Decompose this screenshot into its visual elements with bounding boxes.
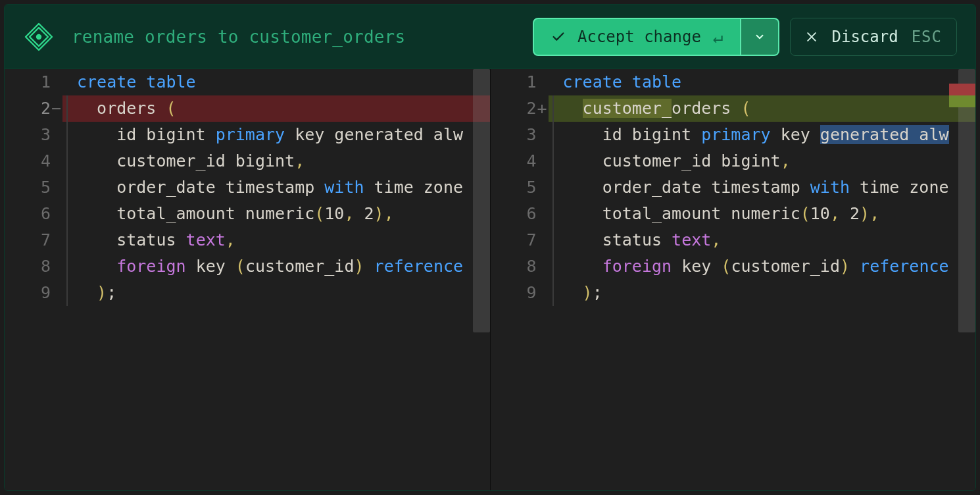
ai-diamond-icon <box>24 22 53 51</box>
token-paren: ( <box>235 257 245 276</box>
code-content[interactable]: create table <box>549 69 976 95</box>
scrollbar-thumb[interactable] <box>958 69 975 332</box>
code-content[interactable]: orders ( <box>62 95 490 122</box>
line-number: 5 <box>5 174 62 201</box>
code-content[interactable]: status text, <box>62 227 490 253</box>
token-paren: ( <box>166 99 176 118</box>
token-punc: , <box>384 204 394 223</box>
token-plain: key <box>186 257 235 276</box>
token-plain <box>77 257 116 276</box>
token-plain: order_date timestamp <box>563 178 810 197</box>
ai-prompt-text: rename orders to customer_orders <box>72 27 405 47</box>
token-plain: customer_id bigint <box>77 151 295 170</box>
token-paren: ) <box>840 257 850 276</box>
code-content[interactable]: ); <box>62 280 490 306</box>
accept-button[interactable]: Accept change ↵ <box>533 18 742 56</box>
code-content[interactable]: order_date timestamp with time zone <box>62 174 490 201</box>
token-plain: 10 <box>810 204 830 223</box>
token-kw: reference <box>374 257 463 276</box>
token-plain: 2 <box>850 204 860 223</box>
code-content[interactable]: id bigint primary key generated alw <box>62 122 490 148</box>
code-line[interactable]: 1create table <box>491 69 976 95</box>
overview-marker-added <box>949 95 975 107</box>
line-number: 9 <box>5 280 62 306</box>
token-punc: , <box>344 204 364 223</box>
indent-guide <box>552 227 554 253</box>
check-icon <box>551 30 566 44</box>
token-plain: customer_id <box>245 257 355 276</box>
code-line[interactable]: 9 ); <box>491 280 976 306</box>
discard-button[interactable]: Discard ESC <box>790 18 957 56</box>
code-content[interactable]: foreign key (customer_id) reference <box>549 253 976 280</box>
code-content[interactable]: customer_id bigint, <box>549 148 976 174</box>
code-content[interactable]: customer_id bigint, <box>62 148 490 174</box>
indent-guide <box>66 95 68 122</box>
code-content[interactable]: foreign key (customer_id) reference <box>62 253 490 280</box>
scrollbar-vertical[interactable] <box>958 69 975 490</box>
code-line[interactable]: 9 ); <box>5 280 490 306</box>
line-number: 9 <box>491 280 549 306</box>
indent-guide <box>552 95 554 122</box>
code-line[interactable]: 6 total_amount numeric(10, 2), <box>491 201 976 227</box>
code-line[interactable]: 5 order_date timestamp with time zone <box>491 174 976 201</box>
code-line[interactable]: 3 id bigint primary key generated alw <box>491 122 976 148</box>
token-plain <box>563 283 583 302</box>
code-content[interactable]: total_amount numeric(10, 2), <box>549 201 976 227</box>
diff-pane-modified[interactable]: 1create table2+ customer_orders (3 id bi… <box>491 69 976 490</box>
svg-point-0 <box>36 34 41 39</box>
token-plain: 2 <box>364 204 374 223</box>
token-paren: ( <box>314 204 324 223</box>
line-number: 8 <box>491 253 549 280</box>
overview-marker-deleted <box>949 84 975 95</box>
code-content[interactable]: status text, <box>549 227 976 253</box>
code-original[interactable]: 1create table2− orders (3 id bigint prim… <box>5 69 490 306</box>
discard-label: Discard <box>831 28 898 46</box>
close-icon <box>805 30 818 43</box>
code-line[interactable]: 8 foreign key (customer_id) reference <box>5 253 490 280</box>
token-plain <box>850 257 860 276</box>
token-plain: time zone <box>364 178 464 197</box>
code-content[interactable]: id bigint primary key generated alw <box>549 122 976 148</box>
overview-ruler[interactable] <box>949 84 975 107</box>
token-plain: order_date timestamp <box>77 178 324 197</box>
esc-key-hint: ESC <box>912 28 942 46</box>
code-line[interactable]: 1create table <box>5 69 490 95</box>
code-modified[interactable]: 1create table2+ customer_orders (3 id bi… <box>491 69 976 306</box>
code-content[interactable]: order_date timestamp with time zone <box>549 174 976 201</box>
token-paren: ( <box>721 257 731 276</box>
token-plain: status <box>77 230 186 249</box>
token-sel: generated alw <box>820 125 949 144</box>
code-line[interactable]: 8 foreign key (customer_id) reference <box>491 253 976 280</box>
code-line[interactable]: 3 id bigint primary key generated alw <box>5 122 490 148</box>
code-line[interactable]: 2− orders ( <box>5 95 490 122</box>
accept-label: Accept change <box>577 28 701 46</box>
code-line[interactable]: 5 order_date timestamp with time zone <box>5 174 490 201</box>
code-line[interactable]: 4 customer_id bigint, <box>5 148 490 174</box>
code-line[interactable]: 4 customer_id bigint, <box>491 148 976 174</box>
diff-deleted-mark: − <box>51 95 61 122</box>
token-hl-add: customer_ <box>583 99 672 118</box>
token-paren: ) <box>583 283 593 302</box>
line-number: 6 <box>5 201 62 227</box>
code-content[interactable]: customer_orders ( <box>549 95 976 122</box>
diff-pane-original[interactable]: 1create table2− orders (3 id bigint prim… <box>5 69 491 490</box>
token-plain <box>364 257 374 276</box>
line-number: 3 <box>491 122 549 148</box>
token-kw: with <box>810 178 850 197</box>
scrollbar-thumb[interactable] <box>473 69 490 332</box>
token-kw2: text <box>672 230 711 249</box>
accept-dropdown-button[interactable] <box>741 18 779 56</box>
line-number: 2+ <box>491 95 549 122</box>
code-content[interactable]: total_amount numeric(10, 2), <box>62 201 490 227</box>
scrollbar-vertical[interactable] <box>473 69 490 490</box>
code-content[interactable]: create table <box>62 69 490 95</box>
code-line[interactable]: 2+ customer_orders ( <box>491 95 976 122</box>
code-content[interactable]: ); <box>549 280 976 306</box>
token-punc: , <box>226 230 235 249</box>
token-punc: , <box>870 204 879 223</box>
code-line[interactable]: 6 total_amount numeric(10, 2), <box>5 201 490 227</box>
indent-guide <box>552 122 554 148</box>
code-line[interactable]: 7 status text, <box>5 227 490 253</box>
token-plain: orders <box>672 99 741 118</box>
code-line[interactable]: 7 status text, <box>491 227 976 253</box>
